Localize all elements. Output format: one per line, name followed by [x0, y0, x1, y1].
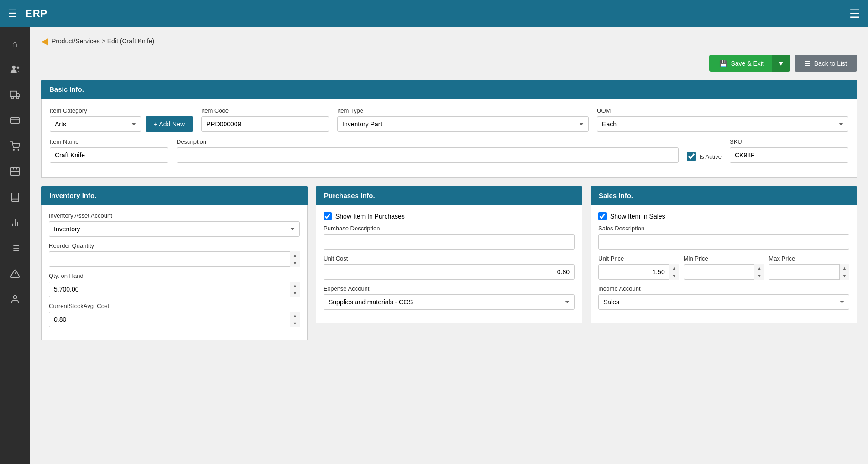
form-row-1: Item Category Arts + Add New Item Code	[50, 107, 848, 132]
asset-account-select[interactable]: Inventory	[49, 221, 300, 237]
save-dropdown-button[interactable]: ▼	[772, 55, 790, 72]
svg-rect-2	[10, 91, 17, 97]
reorder-qty-label: Reorder Quantity	[49, 242, 300, 249]
sidebar-item-manufacturing[interactable]	[0, 160, 30, 183]
top-nav-right: ☰	[849, 7, 860, 21]
purchases-info-body: Show Item In Purchases Purchase Descript…	[316, 205, 582, 323]
back-label: Back to List	[814, 60, 847, 67]
sidebar-item-delivery[interactable]	[0, 83, 30, 107]
sidebar-item-users[interactable]	[0, 57, 30, 81]
sku-group: SKU	[730, 138, 848, 163]
min-price-label: Min Price	[684, 255, 764, 262]
sidebar-item-notebook[interactable]	[0, 185, 30, 209]
min-price-input[interactable]	[684, 264, 764, 280]
is-active-label: Is Active	[700, 153, 722, 160]
item-type-select[interactable]: Inventory Part	[337, 116, 589, 132]
show-in-sales-checkbox[interactable]	[598, 212, 607, 220]
back-to-list-button[interactable]: ☰ Back to List	[795, 55, 857, 72]
unit-price-down[interactable]: ▼	[669, 272, 679, 280]
reorder-qty-group: Reorder Quantity ▲ ▼	[49, 242, 300, 267]
uom-group: UOM Each	[597, 107, 848, 132]
max-price-input[interactable]	[769, 264, 849, 280]
sidebar-item-profile[interactable]	[0, 287, 30, 311]
item-category-select[interactable]: Arts	[50, 116, 141, 132]
unit-price-btns: ▲ ▼	[669, 264, 679, 280]
is-active-checkbox[interactable]	[687, 152, 696, 161]
svg-point-21	[13, 296, 16, 299]
qty-on-hand-up[interactable]: ▲	[290, 282, 300, 289]
unit-price-input[interactable]	[598, 264, 679, 280]
main-layout: ⌂ ◀	[0, 27, 868, 464]
max-price-up[interactable]: ▲	[840, 264, 849, 272]
show-in-purchases-label: Show Item In Purchases	[335, 213, 405, 220]
list-icon: ☰	[805, 60, 810, 67]
form-row-2: Item Name Description Is Active	[50, 138, 848, 163]
breadcrumb-text: Product/Services > Edit (Craft Knife)	[52, 37, 154, 45]
max-price-spinner: ▲ ▼	[769, 264, 849, 280]
avg-cost-group: CurrentStockAvg_Cost ▲ ▼	[49, 302, 300, 327]
sidebar-item-home[interactable]: ⌂	[0, 32, 30, 56]
qty-on-hand-label: Qty. on Hand	[49, 272, 300, 279]
sku-label: SKU	[730, 138, 848, 145]
qty-on-hand-input[interactable]	[49, 282, 300, 297]
expense-account-select[interactable]: Supplies and materials - COS	[324, 294, 575, 310]
item-type-group: Item Type Inventory Part	[337, 107, 589, 132]
unit-cost-input[interactable]	[324, 264, 575, 280]
avg-cost-input[interactable]	[49, 312, 300, 327]
is-active-group: Is Active	[687, 152, 722, 163]
avg-cost-up[interactable]: ▲	[290, 312, 300, 319]
item-type-label: Item Type	[337, 107, 589, 114]
max-price-down[interactable]: ▼	[840, 272, 849, 280]
asset-account-group: Inventory Asset Account Inventory	[49, 212, 300, 237]
item-code-label: Item Code	[201, 107, 329, 114]
sales-info-body: Show Item In Sales Sales Description Uni…	[591, 205, 857, 323]
avg-cost-down[interactable]: ▼	[290, 319, 300, 327]
min-price-down[interactable]: ▼	[754, 272, 764, 280]
content-area: ◀ Product/Services > Edit (Craft Knife) …	[30, 27, 868, 464]
income-account-select[interactable]: Sales	[598, 294, 849, 310]
min-price-up[interactable]: ▲	[754, 264, 764, 272]
reorder-qty-input[interactable]	[49, 251, 300, 267]
unit-price-up[interactable]: ▲	[669, 264, 679, 272]
purchase-description-input[interactable]	[324, 234, 575, 250]
reorder-qty-down[interactable]: ▼	[290, 259, 300, 267]
unit-price-group: Unit Price ▲ ▼	[598, 255, 679, 280]
qty-on-hand-btns: ▲ ▼	[290, 282, 300, 297]
add-new-button[interactable]: + Add New	[146, 116, 193, 132]
item-name-input[interactable]	[50, 147, 168, 163]
unit-cost-label: Unit Cost	[324, 255, 575, 262]
show-in-purchases-checkbox[interactable]	[324, 212, 332, 220]
qty-on-hand-spinner: ▲ ▼	[49, 282, 300, 297]
sales-description-group: Sales Description	[598, 225, 849, 250]
uom-select[interactable]: Each	[597, 116, 848, 132]
expense-account-group: Expense Account Supplies and materials -…	[324, 285, 575, 310]
sidebar-item-charts[interactable]	[0, 211, 30, 235]
sidebar-item-list[interactable]	[0, 236, 30, 260]
sales-description-input[interactable]	[598, 234, 849, 250]
sku-input[interactable]	[730, 147, 848, 163]
basic-info-header: Basic Info.	[41, 80, 857, 99]
reorder-qty-spinner: ▲ ▼	[49, 251, 300, 267]
item-category-label: Item Category	[50, 107, 193, 114]
sales-info-header: Sales Info.	[591, 186, 857, 205]
item-code-input[interactable]	[201, 116, 329, 132]
description-input[interactable]	[177, 147, 679, 163]
top-menu-icon[interactable]: ☰	[849, 7, 860, 21]
qty-on-hand-down[interactable]: ▼	[290, 289, 300, 297]
uom-label: UOM	[597, 107, 848, 114]
max-price-label: Max Price	[769, 255, 849, 262]
reorder-qty-up[interactable]: ▲	[290, 251, 300, 259]
breadcrumb: ◀ Product/Services > Edit (Craft Knife)	[41, 36, 857, 47]
item-code-group: Item Code	[201, 107, 329, 132]
price-row: Unit Price ▲ ▼ Min Price	[598, 255, 849, 280]
svg-point-1	[17, 67, 19, 69]
breadcrumb-arrow-icon[interactable]: ◀	[41, 36, 48, 47]
sidebar-item-cart[interactable]	[0, 134, 30, 158]
hamburger-icon[interactable]: ☰	[8, 8, 17, 20]
item-name-label: Item Name	[50, 138, 168, 145]
sidebar-item-alerts[interactable]	[0, 262, 30, 286]
svg-point-3	[11, 97, 14, 99]
avg-cost-spinner: ▲ ▼	[49, 312, 300, 327]
save-exit-button[interactable]: 💾 Save & Exit	[709, 55, 774, 72]
sidebar-item-finance[interactable]	[0, 109, 30, 132]
